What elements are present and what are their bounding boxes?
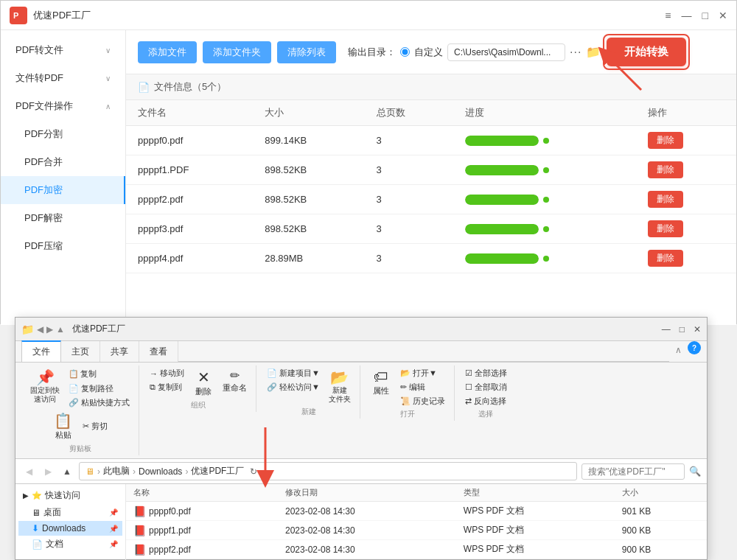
ribbon-tools: 📌 固定到快速访问 📋 复制 📄 复制路径 — [15, 363, 707, 458]
col-progress: 进度 — [453, 100, 636, 126]
delete-button[interactable]: ✕ 删除 — [190, 367, 217, 399]
exp-file-date: 2023-02-08 14:30 — [278, 540, 456, 559]
tab-share[interactable]: 共享 — [100, 341, 139, 362]
ribbon-collapse-icon[interactable]: ∧ — [669, 341, 688, 362]
properties-button[interactable]: 🏷 属性 — [368, 367, 394, 398]
tree-item-desktop[interactable]: 🖥 桌面 📌 — [18, 504, 122, 521]
progress-dot — [543, 256, 549, 262]
sidebar-item-pdf-split[interactable]: PDF分割 — [1, 120, 125, 148]
file-size-cell: 898.52KB — [253, 214, 364, 244]
sidebar-item-pdf-merge[interactable]: PDF合并 — [1, 148, 125, 176]
path-app-folder: 优速PDF工厂 — [191, 465, 244, 477]
delete-file-button[interactable]: 删除 — [648, 161, 683, 178]
open-group: 🏷 属性 📂打开▼ ✏编辑 📜历史记录 — [362, 365, 455, 421]
search-icon[interactable]: 🔍 — [689, 466, 701, 477]
back-icon[interactable]: ◀ — [37, 324, 43, 335]
clear-list-button[interactable]: 清除列表 — [277, 41, 336, 63]
exp-file-type: WPS PDF 文档 — [456, 502, 615, 521]
chevron-down-icon: ∨ — [105, 46, 111, 55]
table-row: ppppf4.pdf 28.89MB 3 删除 — [126, 244, 736, 273]
sidebar-item-pdf-decrypt[interactable]: PDF解密 — [1, 204, 125, 232]
rename-button[interactable]: ✏ 重命名 — [220, 367, 250, 395]
maximize-button[interactable]: □ — [702, 10, 708, 21]
progress-fill — [465, 136, 539, 146]
progress-wrap — [465, 165, 624, 175]
copy-path-button[interactable]: 📄 复制路径 — [66, 382, 133, 395]
invert-selection-button[interactable]: ⇄反向选择 — [462, 395, 510, 407]
file-count-label: 文件信息（5个） — [154, 80, 226, 94]
list-item[interactable]: 📕 ppppf1.pdf 2023-02-08 14:30 WPS PDF 文档… — [126, 521, 707, 540]
cut-button[interactable]: ✂ 剪切 — [80, 420, 111, 433]
output-radio[interactable] — [400, 47, 410, 57]
delete-file-button[interactable]: 删除 — [648, 191, 683, 208]
delete-file-button[interactable]: 删除 — [648, 250, 683, 267]
file-progress-cell — [453, 185, 636, 214]
select-all-button[interactable]: ☑全部选择 — [462, 367, 510, 379]
explorer-window-controls: — □ ✕ — [662, 324, 701, 335]
new-item-button[interactable]: 📄新建项目▼ — [264, 367, 323, 379]
help-button[interactable]: ? — [688, 341, 701, 354]
pin-icon-small: 📌 — [109, 540, 118, 548]
new-group: 📄新建项目▼ 🔗轻松访问▼ 📂 新建文件夹 新建 — [258, 365, 360, 419]
refresh-icon[interactable]: ↻ — [250, 466, 257, 477]
up-icon[interactable]: ▲ — [56, 324, 65, 335]
copy-button[interactable]: 📋 复制 — [66, 367, 99, 381]
sidebar-item-pdf-to-file[interactable]: PDF转文件 ∨ — [1, 36, 125, 64]
file-list-area: 📄 文件信息（5个） 文件名 大小 总页数 进度 操作 ppppf0.pdf — [126, 74, 736, 325]
pin-quick-access-button[interactable]: 📌 固定到快速访问 — [27, 367, 63, 405]
minimize-button[interactable]: — — [682, 10, 692, 21]
edit-button[interactable]: ✏编辑 — [397, 381, 448, 393]
add-file-button[interactable]: 添加文件 — [138, 41, 197, 63]
history-button[interactable]: 📜历史记录 — [397, 395, 448, 407]
close-button[interactable]: ✕ — [719, 10, 727, 21]
copy-to-button[interactable]: ⧉复制到 — [147, 381, 187, 393]
open-button[interactable]: 📂打开▼ — [397, 367, 448, 379]
paste-shortcut-button[interactable]: 🔗 粘贴快捷方式 — [66, 396, 133, 409]
file-pane-table: 名称 修改日期 类型 大小 📕 ppppf0.pdf 2023-02-08 14… — [126, 484, 707, 560]
tree-item-downloads[interactable]: ⬇ Downloads 📌 — [18, 521, 122, 536]
progress-wrap — [465, 195, 624, 205]
tab-view[interactable]: 查看 — [139, 341, 178, 362]
sidebar-item-pdf-encrypt[interactable]: PDF加密 — [1, 176, 125, 204]
col-type: 类型 — [456, 484, 615, 502]
back-nav-button[interactable]: ◀ — [21, 464, 36, 479]
more-options-icon[interactable]: ··· — [570, 46, 581, 59]
sidebar-item-file-to-pdf[interactable]: 文件转PDF ∨ — [1, 64, 125, 92]
download-icon: ⬇ — [32, 523, 39, 533]
start-convert-button[interactable]: 开始转换 — [607, 38, 686, 66]
paste-button[interactable]: 📋 粘贴 — [50, 410, 77, 442]
delete-file-button[interactable]: 删除 — [648, 132, 683, 149]
add-folder-button[interactable]: 添加文件夹 — [203, 41, 271, 63]
folder-browse-icon[interactable]: 📁 — [586, 45, 601, 59]
search-input[interactable] — [581, 463, 685, 480]
deselect-all-button[interactable]: ☐全部取消 — [462, 381, 510, 393]
menu-icon[interactable]: ≡ — [665, 10, 671, 21]
progress-dot — [543, 226, 549, 232]
quick-access-icon: 📁 — [21, 323, 34, 335]
sidebar-item-pdf-operations[interactable]: PDF文件操作 ∧ — [1, 92, 125, 120]
tree-item-documents[interactable]: 📄 文档 📌 — [18, 536, 122, 553]
explorer-close-button[interactable]: ✕ — [694, 324, 701, 335]
explorer-minimize-button[interactable]: — — [662, 324, 671, 335]
list-item[interactable]: 📕 ppppf0.pdf 2023-02-08 14:30 WPS PDF 文档… — [126, 502, 707, 521]
new-folder-button[interactable]: 📂 新建文件夹 — [326, 367, 354, 405]
move-to-button[interactable]: →移动到 — [147, 367, 187, 379]
forward-nav-button[interactable]: ▶ — [41, 464, 55, 479]
tab-file[interactable]: 文件 — [21, 340, 61, 362]
tree-item-quick-access[interactable]: ▶ ⭐ 快速访问 — [18, 487, 122, 504]
organize-label: 组织 — [191, 400, 206, 410]
explorer-title: 优速PDF工厂 — [72, 323, 659, 335]
easy-access-button[interactable]: 🔗轻松访问▼ — [264, 381, 323, 393]
delete-file-button[interactable]: 删除 — [648, 220, 683, 237]
progress-fill — [465, 195, 539, 205]
file-name-cell: ppppf3.pdf — [126, 214, 253, 244]
up-nav-button[interactable]: ▲ — [60, 464, 74, 479]
sidebar-item-pdf-compress[interactable]: PDF压缩 — [1, 232, 125, 260]
list-item[interactable]: 📕 ppppf2.pdf 2023-02-08 14:30 WPS PDF 文档… — [126, 540, 707, 559]
explorer-maximize-button[interactable]: □ — [680, 324, 685, 335]
address-path-display[interactable]: 🖥 › 此电脑 › Downloads › 优速PDF工厂 ↻ — [79, 462, 577, 480]
clipboard-label: 剪贴板 — [69, 444, 91, 454]
forward-icon[interactable]: ▶ — [46, 324, 53, 335]
tab-home[interactable]: 主页 — [61, 341, 100, 362]
explorer-window: 📁 ◀ ▶ ▲ 优速PDF工厂 — □ ✕ 文件 主页 共享 查看 ∧ ? — [15, 317, 708, 560]
